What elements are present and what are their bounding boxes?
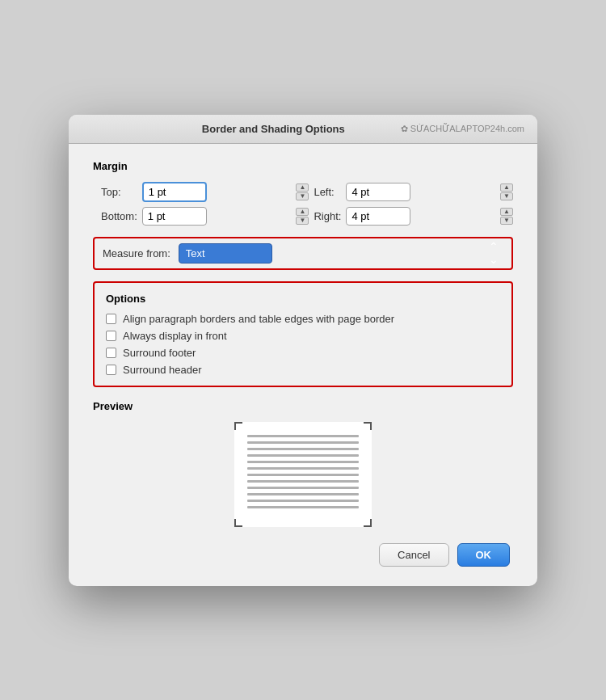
page-line bbox=[247, 493, 359, 495]
right-input-wrapper bbox=[346, 207, 495, 226]
checkbox-row-3: Surround footer bbox=[106, 347, 500, 359]
right-decrement[interactable]: ▼ bbox=[500, 217, 513, 225]
left-stepper[interactable]: ▲ ▼ bbox=[500, 183, 513, 200]
page-line bbox=[247, 500, 359, 502]
margin-grid: Top: ▲ ▼ Left: ▲ ▼ Bottom: bbox=[101, 182, 513, 226]
left-input[interactable] bbox=[346, 183, 410, 201]
page-lines bbox=[247, 435, 359, 514]
align-paragraph-checkbox[interactable] bbox=[106, 314, 116, 324]
corner-bottom-right bbox=[364, 519, 372, 527]
button-row: Cancel OK bbox=[93, 543, 513, 567]
checkbox-row-4: Surround header bbox=[106, 364, 500, 376]
dialog-title: Border and Shading Options bbox=[146, 123, 401, 135]
bottom-stepper[interactable]: ▲ ▼ bbox=[296, 208, 309, 225]
left-decrement[interactable]: ▼ bbox=[500, 192, 513, 200]
bottom-decrement[interactable]: ▼ bbox=[296, 217, 309, 225]
checkbox-row-1: Align paragraph borders and table edges … bbox=[106, 313, 500, 325]
ok-button[interactable]: OK bbox=[457, 543, 511, 567]
measure-from-select-container: Text Edge of page ⌃⌄ bbox=[179, 243, 503, 264]
options-section-label: Options bbox=[106, 293, 500, 305]
right-stepper[interactable]: ▲ ▼ bbox=[500, 208, 513, 225]
right-input[interactable] bbox=[346, 207, 410, 226]
bottom-input[interactable] bbox=[142, 207, 207, 226]
checkbox-row-2: Always display in front bbox=[106, 330, 500, 342]
bottom-label: Bottom: bbox=[101, 210, 137, 222]
preview-area bbox=[93, 422, 513, 527]
page-line bbox=[247, 441, 359, 444]
top-label: Top: bbox=[101, 186, 137, 198]
chevron-icon: ⌃⌄ bbox=[489, 240, 499, 266]
border-shading-dialog: Border and Shading Options ✿ SỨACHỮALAPT… bbox=[69, 115, 537, 586]
surround-footer-checkbox[interactable] bbox=[106, 348, 116, 358]
surround-header-checkbox[interactable] bbox=[106, 365, 116, 375]
logo: ✿ SỨACHỮALAPTOP24h.com bbox=[401, 124, 524, 134]
bottom-increment[interactable]: ▲ bbox=[296, 208, 309, 216]
top-stepper[interactable]: ▲ ▼ bbox=[296, 183, 309, 200]
top-decrement[interactable]: ▼ bbox=[296, 192, 309, 200]
page-line bbox=[247, 506, 359, 508]
page-line bbox=[247, 454, 359, 457]
preview-section: Preview bbox=[93, 400, 513, 527]
options-section: Options Align paragraph borders and tabl… bbox=[93, 281, 513, 387]
page-line bbox=[247, 487, 359, 489]
corner-bottom-left bbox=[234, 519, 242, 527]
margin-section: Margin Top: ▲ ▼ Left: ▲ ▼ bbox=[93, 160, 513, 226]
always-display-label: Always display in front bbox=[123, 330, 227, 342]
top-increment[interactable]: ▲ bbox=[296, 183, 309, 192]
corner-top-right bbox=[364, 422, 372, 430]
title-bar: Border and Shading Options ✿ SỨACHỮALAPT… bbox=[69, 115, 537, 144]
page-line bbox=[247, 480, 359, 483]
measure-from-label: Measure from: bbox=[103, 247, 170, 259]
bottom-input-wrapper bbox=[142, 207, 292, 226]
align-paragraph-label: Align paragraph borders and table edges … bbox=[123, 313, 394, 325]
left-input-wrapper bbox=[346, 183, 495, 201]
page-line bbox=[247, 461, 359, 463]
margin-section-label: Margin bbox=[93, 160, 513, 172]
left-increment[interactable]: ▲ bbox=[500, 183, 513, 192]
page-line bbox=[247, 474, 359, 476]
page-preview bbox=[234, 422, 372, 527]
measure-from-select[interactable]: Text Edge of page bbox=[179, 243, 272, 264]
left-label: Left: bbox=[314, 186, 341, 198]
surround-footer-label: Surround footer bbox=[123, 347, 196, 359]
always-display-checkbox[interactable] bbox=[106, 331, 116, 341]
corner-top-left bbox=[234, 422, 242, 430]
cancel-button[interactable]: Cancel bbox=[379, 543, 448, 567]
top-input[interactable] bbox=[142, 182, 207, 202]
page-line bbox=[247, 435, 359, 437]
surround-header-label: Surround header bbox=[123, 364, 202, 376]
right-increment[interactable]: ▲ bbox=[500, 208, 513, 216]
dialog-content: Margin Top: ▲ ▼ Left: ▲ ▼ bbox=[69, 144, 537, 586]
right-label: Right: bbox=[314, 210, 341, 222]
preview-section-label: Preview bbox=[93, 400, 513, 412]
page-line bbox=[247, 467, 359, 470]
top-input-wrapper bbox=[142, 182, 292, 202]
measure-from-row: Measure from: Text Edge of page ⌃⌄ bbox=[93, 237, 513, 270]
page-line bbox=[247, 448, 359, 450]
